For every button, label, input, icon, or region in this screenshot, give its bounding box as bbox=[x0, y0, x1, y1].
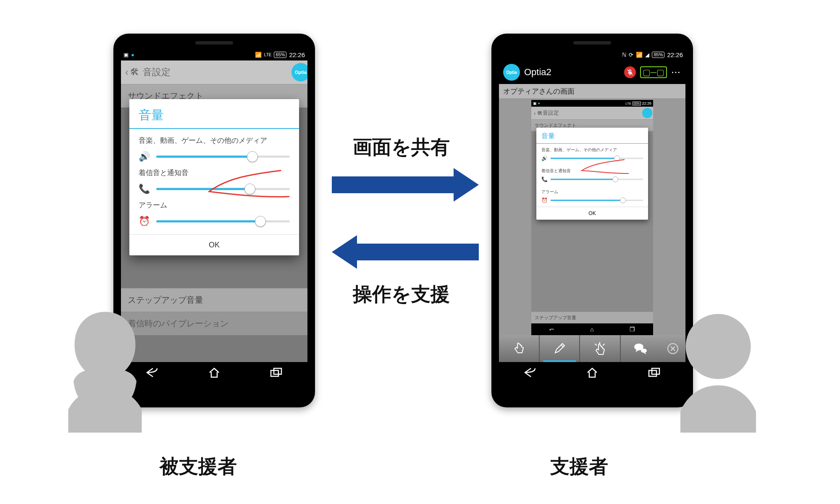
wifi-icon: 📶 bbox=[636, 52, 643, 58]
battery-indicator: 85% bbox=[652, 52, 664, 58]
signal-icon: 📶 bbox=[255, 52, 262, 58]
mini-back-icon: ‹ 🛠 bbox=[534, 110, 543, 116]
alarm-slider[interactable] bbox=[156, 216, 290, 226]
tool-pointer-icon[interactable] bbox=[579, 335, 620, 362]
remote-mirror[interactable]: ▣ ● LTE 65% 22:26 ‹ 🛠 音設定 サウンドエフェクト 音量 bbox=[499, 98, 685, 335]
alarm-label: アラーム bbox=[139, 200, 290, 210]
share-label: 画面を共有 bbox=[353, 134, 450, 160]
signal-icon: ◢ bbox=[645, 52, 649, 58]
assist-arrow bbox=[332, 235, 479, 269]
tool-pencil-icon[interactable] bbox=[539, 335, 580, 362]
remote-mini-screen: ▣ ● LTE 65% 22:26 ‹ 🛠 音設定 サウンドエフェクト 音量 bbox=[531, 100, 653, 335]
mini-dialog-title: 音量 bbox=[536, 128, 648, 144]
alarm-clock-icon: ⏰ bbox=[139, 216, 150, 227]
media-label: 音楽、動画、ゲーム、その他のメディア bbox=[139, 136, 290, 145]
supporter-label: 支援者 bbox=[550, 454, 608, 480]
ring-label: 着信音と通知音 bbox=[139, 168, 290, 178]
svg-rect-5 bbox=[649, 370, 656, 376]
phone-ring-icon: 📞 bbox=[139, 184, 150, 194]
right-phone: ℕ ⟳ 📶 ◢ 85% 22:26 Optia Optia2 ▢─▢ ⋯ オプテ… bbox=[491, 34, 693, 407]
battery-indicator: 65% bbox=[274, 52, 286, 58]
home-nav-icon[interactable] bbox=[583, 367, 601, 381]
mini-phone-icon: 📞 bbox=[541, 176, 547, 182]
mini-title: 音設定 bbox=[543, 109, 559, 117]
right-statusbar: ℕ ⟳ 📶 ◢ 85% 22:26 bbox=[499, 49, 685, 60]
volume-dialog: 音量 音楽、動画、ゲーム、その他のメディア 🔊 着信音と通知音 📞 bbox=[129, 99, 299, 255]
media-slider[interactable] bbox=[156, 152, 290, 162]
optia-overlay-icon[interactable]: Optia bbox=[291, 63, 307, 81]
svg-point-3 bbox=[641, 349, 647, 353]
assist-label: 操作を支援 bbox=[353, 281, 450, 307]
svg-point-7 bbox=[686, 314, 751, 379]
actionbar-title: 音設定 bbox=[143, 66, 303, 79]
mini-clock: 22:26 bbox=[642, 101, 651, 105]
mini-actionbar: ‹ 🛠 音設定 bbox=[531, 107, 653, 119]
mini-alarm-icon: ⏰ bbox=[541, 197, 547, 203]
app-icon: ● bbox=[131, 52, 134, 58]
more-icon[interactable]: ⋯ bbox=[671, 67, 681, 78]
mini-home-nav-icon: ⌂ bbox=[590, 326, 593, 333]
mini-battery: 65% bbox=[633, 102, 641, 105]
mic-mute-icon[interactable] bbox=[624, 66, 636, 78]
connection-icon[interactable]: ▢─▢ bbox=[640, 66, 667, 78]
nfc-icon: ℕ bbox=[622, 52, 626, 58]
lte-label: LTE bbox=[264, 52, 272, 57]
mini-scribble bbox=[574, 157, 633, 178]
back-icon[interactable]: ‹ bbox=[125, 66, 129, 78]
share-arrow bbox=[332, 168, 479, 202]
mini-alarm-label: アラーム bbox=[536, 186, 648, 197]
supported-person-icon bbox=[50, 307, 160, 433]
sync-icon: ⟳ bbox=[629, 52, 633, 58]
recent-nav-icon[interactable] bbox=[268, 368, 285, 381]
mini-optia-icon bbox=[642, 108, 652, 118]
mini-recent-nav-icon: ❐ bbox=[630, 326, 635, 333]
svg-rect-1 bbox=[274, 368, 281, 374]
supporter-person-icon bbox=[664, 307, 773, 433]
svg-rect-6 bbox=[652, 368, 659, 374]
mini-list-item: ステップアップ音量 bbox=[531, 312, 653, 323]
mini-back-nav-icon: ⤺ bbox=[549, 326, 554, 333]
clock: 22:26 bbox=[667, 51, 683, 58]
mini-dialog: 音量 音楽、動画、ゲーム、その他のメディア 🔊 着信音と通知音 📞 アラーム ⏰… bbox=[536, 128, 648, 220]
mini-ok: OK bbox=[536, 207, 648, 220]
back-nav-icon[interactable] bbox=[521, 367, 539, 381]
mini-navbar: ⤺ ⌂ ❐ bbox=[531, 323, 653, 335]
speaker-icon: 🔊 bbox=[139, 151, 150, 162]
notif-icon: ▣ bbox=[123, 52, 129, 58]
mini-statusbar: ▣ ● LTE 65% 22:26 bbox=[531, 100, 653, 107]
dialog-title: 音量 bbox=[129, 99, 299, 129]
left-statusbar: ▣ ● 📶 LTE 65% 22:26 bbox=[121, 49, 307, 60]
mini-media-label: 音楽、動画、ゲーム、その他のメディア bbox=[536, 144, 648, 155]
tool-chat-icon[interactable] bbox=[620, 335, 661, 362]
right-screen: ℕ ⟳ 📶 ◢ 85% 22:26 Optia Optia2 ▢─▢ ⋯ オプテ… bbox=[499, 49, 685, 386]
right-navbar bbox=[499, 362, 685, 386]
optia-topbar: Optia Optia2 ▢─▢ ⋯ bbox=[499, 60, 685, 84]
tool-strip bbox=[499, 335, 685, 362]
left-actionbar: ‹ 🛠 音設定 Optia bbox=[121, 60, 307, 84]
ring-slider[interactable] bbox=[156, 184, 290, 194]
supported-label: 被支援者 bbox=[160, 454, 237, 480]
remote-caption: オプティアさんの画面 bbox=[499, 84, 685, 99]
ok-button[interactable]: OK bbox=[129, 234, 299, 255]
mini-speaker-icon: 🔊 bbox=[541, 155, 547, 161]
app-title: Optia2 bbox=[524, 67, 620, 78]
phone-speaker bbox=[573, 41, 611, 45]
svg-rect-0 bbox=[271, 370, 278, 376]
tool-tap-icon[interactable] bbox=[499, 335, 539, 362]
recent-nav-icon[interactable] bbox=[646, 368, 663, 381]
home-nav-icon[interactable] bbox=[205, 367, 223, 381]
settings-wrench-icon: 🛠 bbox=[130, 67, 139, 78]
clock: 22:26 bbox=[289, 51, 305, 58]
optia-logo-icon: Optia bbox=[503, 64, 520, 81]
mini-signal: LTE bbox=[625, 102, 631, 105]
phone-speaker bbox=[195, 41, 233, 45]
